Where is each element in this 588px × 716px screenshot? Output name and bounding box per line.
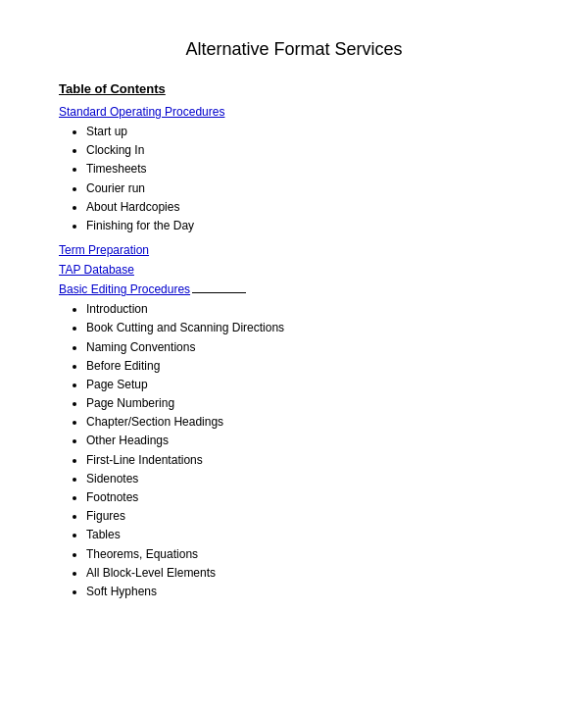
list-item: First-Line Indentations <box>86 451 529 470</box>
basic-editing-list: Introduction Book Cutting and Scanning D… <box>86 300 529 601</box>
list-item: Theorems, Equations <box>86 545 529 564</box>
list-item: Before Editing <box>86 357 529 376</box>
list-item: Start up <box>86 123 529 141</box>
list-item: Other Headings <box>86 432 529 450</box>
term-preparation-link[interactable]: Term Preparation <box>59 243 529 257</box>
list-item: Tables <box>86 526 529 544</box>
tap-database-link[interactable]: TAP Database <box>59 263 529 277</box>
underline-extension <box>192 292 246 293</box>
basic-editing-link[interactable]: Basic Editing Procedures <box>59 282 190 296</box>
list-item: Page Numbering <box>86 394 529 413</box>
list-item: Sidenotes <box>86 470 529 488</box>
basic-editing-section: Basic Editing Procedures Introduction Bo… <box>59 282 529 601</box>
list-item: Figures <box>86 507 529 526</box>
list-item: Soft Hyphens <box>86 583 529 601</box>
page-title: Alternative Format Services <box>59 39 529 60</box>
standard-operating-section: Standard Operating Procedures Start up C… <box>59 104 529 235</box>
list-item: Introduction <box>86 300 529 319</box>
tap-database-section: TAP Database <box>59 263 529 277</box>
list-item: Timesheets <box>86 160 529 179</box>
toc-heading: Table of Contents <box>59 81 529 96</box>
list-item: About Hardcopies <box>86 198 529 217</box>
basic-editing-row: Basic Editing Procedures <box>59 282 529 296</box>
standard-operating-link[interactable]: Standard Operating Procedures <box>59 105 224 119</box>
list-item: All Block-Level Elements <box>86 564 529 583</box>
list-item: Footnotes <box>86 488 529 507</box>
list-item: Chapter/Section Headings <box>86 413 529 432</box>
list-item: Page Setup <box>86 376 529 394</box>
page: Alternative Format Services Table of Con… <box>0 0 588 716</box>
standard-operating-list: Start up Clocking In Timesheets Courier … <box>86 123 529 235</box>
list-item: Book Cutting and Scanning Directions <box>86 319 529 337</box>
term-preparation-section: Term Preparation <box>59 243 529 257</box>
list-item: Finishing for the Day <box>86 217 529 235</box>
list-item: Courier run <box>86 179 529 198</box>
list-item: Naming Conventions <box>86 338 529 357</box>
list-item: Clocking In <box>86 141 529 160</box>
